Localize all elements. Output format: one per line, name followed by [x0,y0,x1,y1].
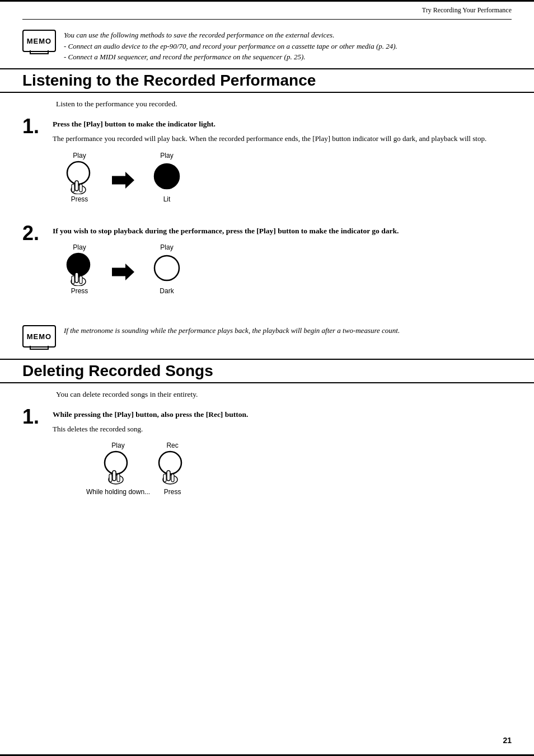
delete-right-group: Rec Press [156,442,189,496]
svg-rect-4 [72,184,74,192]
step2-arrow [112,264,134,280]
svg-point-0 [67,162,90,184]
svg-point-11 [154,256,179,280]
page-container: Try Recording Your Performance MEMO You … [0,0,534,756]
svg-rect-19 [167,471,170,481]
step2-diagram: Play Press [64,243,512,295]
step1-arrow [112,172,134,189]
step1-title: Press the [Play] button to make the indi… [53,120,512,129]
svg-rect-8 [75,273,78,283]
memo1-text: You can use the following methods to sav… [64,30,512,63]
svg-point-6 [67,253,90,276]
delete-step1: 1. While pressing the [Play] button, als… [22,407,512,501]
delete-left-group: Play While holding down... [86,442,150,496]
memo2-icon: MEMO [22,325,56,348]
delete-step1-title: While pressing the [Play] button, also p… [53,410,512,419]
section2-intro: You can delete recorded songs in their e… [56,390,512,399]
step2-right-button-svg [151,252,182,286]
section1-intro: Listen to the performance you recorded. [56,100,512,109]
step2-right-sublabel: Dark [160,287,174,295]
svg-point-5 [154,164,179,189]
svg-rect-2 [75,181,78,191]
section2-heading: Deleting Recorded Songs [22,362,213,379]
header-area: Try Recording Your Performance [0,2,534,19]
delete-diagram: Play While holding down... [86,442,512,496]
step2-left-label: Play [73,243,86,251]
section1-heading-container: Listening to the Recorded Performance [0,68,534,93]
step1-left-sublabel: Press [71,195,88,203]
step1-desc: The performance you recorded will play b… [53,133,512,144]
step1-left-label: Play [73,152,86,159]
delete-left-button-svg [101,450,135,487]
step2-content: If you wish to stop playback during the … [53,223,512,306]
step1-left-button-svg [64,161,95,194]
delete-right-sublabel: Press [164,488,181,496]
step1-right-group: Play Lit [151,152,182,203]
svg-rect-9 [79,276,82,284]
delete-left-label: Play [111,442,124,449]
svg-rect-14 [113,471,116,481]
step1-content: Press the [Play] button to make the indi… [53,116,512,215]
step2: 2. If you wish to stop playback during t… [22,223,512,306]
memo1-icon: MEMO [22,30,56,52]
svg-rect-16 [109,474,112,482]
memo2-text: If the metronome is sounding while the p… [64,325,512,336]
header-title: Try Recording Your Performance [422,6,512,14]
step1-right-button-svg [151,161,182,194]
svg-rect-10 [72,276,74,284]
step1-left-group: Play [64,152,95,203]
delete-right-label: Rec [166,442,178,449]
section1-heading: Listening to the Recorded Performance [22,72,316,89]
step2-left-button-svg [64,252,95,286]
step2-left-sublabel: Press [71,287,88,295]
svg-rect-15 [117,474,120,482]
section1-content: Listen to the performance you recorded. … [0,93,534,307]
memo1-section: MEMO You can use the following methods t… [0,20,534,68]
svg-point-12 [105,452,127,474]
section2-heading-container: Deleting Recorded Songs [0,359,534,383]
svg-rect-3 [79,184,82,192]
step1: 1. Press the [Play] button to make the i… [22,116,512,215]
step2-left-group: Play Press [64,243,95,295]
step1-diagram: Play [64,152,512,203]
memo2-section: MEMO If the metronome is sounding while … [0,315,534,353]
step1-right-sublabel: Lit [163,195,171,203]
step2-number: 2. [22,223,47,243]
svg-point-17 [159,452,181,474]
page-number: 21 [503,736,512,745]
delete-step1-number: 1. [22,407,47,427]
step1-right-label: Play [160,152,173,159]
step2-right-label: Play [160,243,173,251]
section2-content: You can delete recorded songs in their e… [0,383,534,501]
step1-number: 1. [22,116,47,137]
delete-left-sublabel: While holding down... [86,488,150,496]
delete-right-button-svg [156,450,189,487]
delete-step1-desc: This deletes the recorded song. [53,424,512,435]
step2-right-group: Play Dark [151,243,182,295]
delete-step1-content: While pressing the [Play] button, also p… [53,407,512,501]
svg-rect-21 [163,474,166,482]
step2-title: If you wish to stop playback during the … [53,227,512,236]
svg-rect-20 [171,474,174,482]
